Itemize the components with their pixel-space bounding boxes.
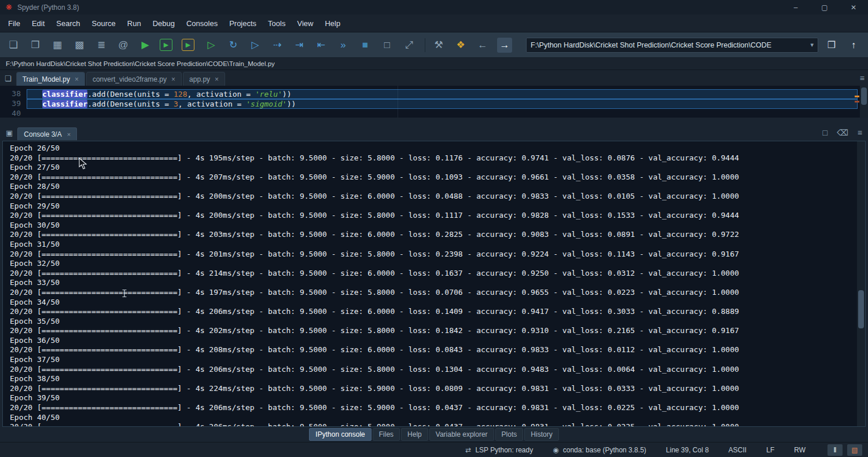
menu-edit[interactable]: Edit — [26, 16, 50, 31]
pages-icon[interactable]: ≣ — [94, 38, 109, 53]
menu-source[interactable]: Source — [86, 16, 122, 31]
occurrence-marker — [855, 96, 859, 97]
find-symbols-icon[interactable]: @ — [116, 38, 131, 53]
open-file-icon[interactable]: ❒ — [28, 38, 43, 53]
continue-icon[interactable]: » — [336, 38, 351, 53]
close-icon[interactable]: × — [171, 75, 175, 83]
close-icon[interactable]: × — [67, 131, 71, 138]
pane-tab-history[interactable]: History — [524, 428, 558, 441]
status-label: conda: base (Python 3.8.5) — [563, 446, 646, 454]
editor-scrollbar-thumb[interactable] — [861, 87, 867, 105]
working-directory-value: F:\Python HardDisk\Cricket Shot Predicti… — [531, 41, 810, 49]
menu-debug[interactable]: Debug — [147, 16, 181, 31]
working-directory-field[interactable]: F:\Python HardDisk\Cricket Shot Predicti… — [526, 38, 818, 53]
new-file-icon[interactable]: ❏ — [6, 38, 21, 53]
code-token: , activation = — [187, 90, 255, 98]
step-return-icon[interactable]: ⇤ — [314, 38, 329, 53]
line-number: 40 — [0, 109, 27, 118]
statusbar: ⇄LSP Python: ready◉conda: base (Python 3… — [0, 442, 868, 457]
menu-run[interactable]: Run — [122, 16, 147, 31]
debug-file-icon[interactable]: ▷ — [248, 38, 263, 53]
forward-icon[interactable]: → — [497, 38, 512, 53]
menu-consoles[interactable]: Consoles — [181, 16, 223, 31]
console-line: Epoch 33/50 — [10, 278, 857, 288]
run-cell-advance-icon[interactable]: ▶ — [182, 39, 194, 51]
menu-file[interactable]: File — [2, 16, 26, 31]
options-menu-icon[interactable]: ≡ — [858, 128, 862, 137]
status-rw: RW — [794, 446, 806, 454]
run-selection-icon[interactable]: ▷ — [204, 38, 219, 53]
tab-label: Train_Model.py — [23, 75, 70, 83]
minimize-button[interactable]: – — [781, 0, 810, 14]
code-token: 'sigmoid' — [246, 100, 286, 108]
editor-lines: 38classifier.add(Dense(units = 128, acti… — [0, 89, 868, 118]
console-line: 20/20 [==============================] -… — [10, 384, 857, 394]
console-line: 20/20 [==============================] -… — [10, 230, 857, 240]
editor-scrollbar[interactable] — [860, 86, 868, 118]
rerun-cell-icon[interactable]: ↻ — [226, 38, 241, 53]
status-items: ⇄LSP Python: ready◉conda: base (Python 3… — [465, 446, 806, 454]
maximize-button[interactable]: ▢ — [810, 0, 839, 14]
status-conda-base-python-3-8-5: ◉conda: base (Python 3.8.5) — [553, 446, 646, 454]
editor-tab-app-py[interactable]: app.py× — [183, 72, 225, 86]
parent-directory-icon[interactable]: ↑ — [845, 38, 862, 53]
run-cell-icon[interactable]: ▶ — [160, 39, 172, 51]
console-line: 20/20 [==============================] -… — [10, 307, 857, 317]
pane-tab-files[interactable]: Files — [373, 428, 400, 441]
close-icon[interactable]: × — [75, 75, 79, 83]
console-scrollbar-thumb[interactable] — [858, 290, 864, 328]
console-line: 20/20 [==============================] -… — [10, 365, 857, 375]
code-editor[interactable]: 38classifier.add(Dense(units = 128, acti… — [0, 86, 868, 118]
pause-icon[interactable]: ‖ — [827, 444, 843, 456]
image-icon[interactable]: ▧ — [847, 444, 862, 456]
pane-tab-help[interactable]: Help — [401, 428, 428, 441]
close-icon[interactable]: × — [215, 75, 219, 83]
browse-directory-icon[interactable]: ❒ — [823, 38, 840, 53]
pane-tab-plots[interactable]: Plots — [495, 428, 524, 441]
menu-help[interactable]: Help — [319, 16, 346, 31]
editor-options-menu-icon[interactable]: ≡ — [860, 74, 865, 83]
status-label: Line 39, Col 8 — [666, 446, 709, 454]
editor-tab-train-model-py[interactable]: Train_Model.py× — [16, 72, 85, 86]
editor-tab-convert-video2frame-py[interactable]: convert_video2frame.py× — [86, 72, 182, 86]
console-line: 20/20 [==============================] -… — [10, 192, 857, 202]
pane-splitter[interactable] — [0, 118, 868, 125]
save-all-icon[interactable]: ▩ — [72, 38, 87, 53]
code-line: 38classifier.add(Dense(units = 128, acti… — [0, 89, 868, 99]
menu-search[interactable]: Search — [50, 16, 86, 31]
menu-tools[interactable]: Tools — [262, 16, 291, 31]
menu-projects[interactable]: Projects — [223, 16, 262, 31]
save-icon[interactable]: ▦ — [50, 38, 65, 53]
status-label: LSP Python: ready — [475, 446, 533, 454]
preferences-icon[interactable]: ⚒ — [431, 38, 446, 53]
pythonpath-icon[interactable]: ❖ — [453, 38, 468, 53]
interrupt-kernel-icon[interactable]: □ — [823, 128, 827, 137]
console-line: Epoch 40/50 — [10, 413, 857, 423]
status-ascii: ASCII — [729, 446, 746, 454]
status-icons: ‖▧ — [827, 444, 862, 456]
browse-tabs-icon[interactable]: ❏ — [5, 74, 12, 83]
console-line: Epoch 34/50 — [10, 298, 857, 308]
step-over-icon[interactable]: ⇢ — [270, 38, 285, 53]
console-line: 20/20 [==============================] -… — [10, 345, 857, 355]
run-file-icon[interactable]: ▶ — [138, 38, 153, 53]
console-scrollbar[interactable] — [857, 141, 865, 426]
stop-debug-icon[interactable]: ■ — [358, 38, 373, 53]
status-label: RW — [794, 446, 806, 454]
chevron-down-icon[interactable]: ▾ — [810, 41, 814, 49]
breadcrumb: F:\Python HardDisk\Cricket Shot Predicti… — [0, 58, 868, 70]
pane-tab-ipython-console[interactable]: IPython console — [309, 428, 371, 441]
step-into-icon[interactable]: ⇥ — [292, 38, 307, 53]
line-number: 38 — [0, 89, 27, 99]
menu-view[interactable]: View — [291, 16, 319, 31]
maximize-pane-icon[interactable]: □ — [380, 38, 395, 53]
console-tab[interactable]: Console 3/A × — [17, 127, 77, 140]
back-icon[interactable]: ← — [475, 38, 490, 53]
clear-console-icon[interactable]: ⌫ — [837, 128, 848, 137]
close-button[interactable]: ✕ — [839, 0, 868, 14]
ipython-console[interactable]: Epoch 26/5020/20 [======================… — [2, 141, 866, 427]
fullscreen-icon[interactable]: ⤢ — [402, 38, 417, 53]
console-line: Epoch 26/50 — [10, 144, 857, 153]
pane-tab-variable-explorer[interactable]: Variable explorer — [429, 428, 494, 441]
code-line: 40 — [0, 109, 868, 118]
